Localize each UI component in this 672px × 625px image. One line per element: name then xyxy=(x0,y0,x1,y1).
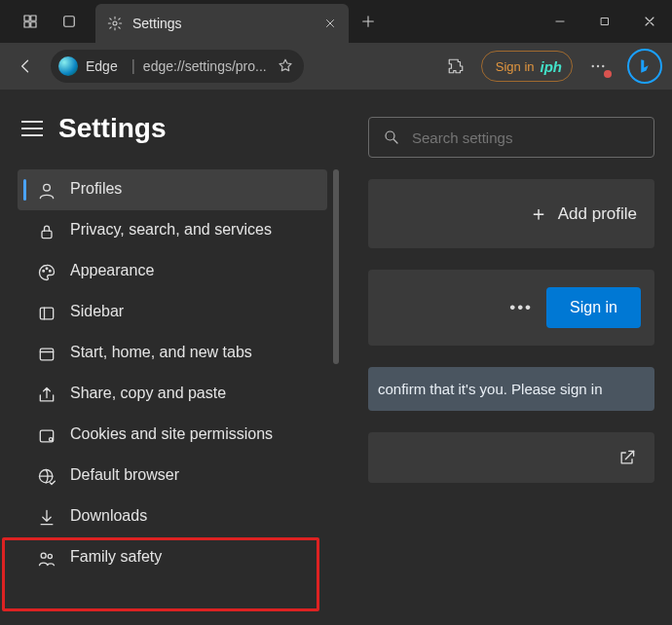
svg-rect-7 xyxy=(42,231,52,239)
window-controls xyxy=(538,0,672,43)
svg-point-1 xyxy=(113,21,117,25)
sidebar-item-label: Family safety xyxy=(70,547,162,568)
more-menu-button[interactable] xyxy=(582,51,614,82)
sidebar-item-label: Privacy, search, and services xyxy=(70,220,272,240)
sidebar-item-family-safety[interactable]: Family safety xyxy=(18,537,327,578)
window-close-button[interactable] xyxy=(627,0,672,43)
address-bar[interactable]: Edge | edge://settings/pro... xyxy=(51,50,304,83)
sidebar-item-downloads[interactable]: Downloads xyxy=(18,496,327,537)
extensions-icon[interactable] xyxy=(440,51,471,82)
window-minimize-button[interactable] xyxy=(538,0,582,43)
globe-check-icon xyxy=(37,467,56,487)
gear-icon xyxy=(107,16,123,31)
svg-point-6 xyxy=(44,184,51,191)
profile-more-button[interactable]: ••• xyxy=(509,298,533,317)
window-maximize-button[interactable] xyxy=(582,0,627,43)
star-add-icon[interactable] xyxy=(277,57,294,75)
sidebar-item-profiles[interactable]: Profiles xyxy=(18,169,327,210)
tab-actions-icon[interactable] xyxy=(60,13,78,30)
titlebar-left-icons xyxy=(0,0,95,43)
share-icon xyxy=(37,386,56,405)
bing-chat-button[interactable] xyxy=(627,49,662,84)
svg-point-16 xyxy=(41,553,46,558)
settings-heading: Settings xyxy=(58,113,166,144)
external-link-icon xyxy=(617,448,637,467)
new-tab-button[interactable] xyxy=(349,0,388,43)
search-settings-box[interactable] xyxy=(368,117,654,158)
sidebar-item-privacy[interactable]: Privacy, search, and services xyxy=(18,210,327,251)
svg-point-5 xyxy=(602,65,604,67)
svg-point-18 xyxy=(386,131,394,140)
svg-point-4 xyxy=(597,65,599,67)
browser-tab-active[interactable]: Settings xyxy=(95,4,349,43)
svg-point-17 xyxy=(48,554,52,558)
lock-icon xyxy=(37,222,56,241)
search-icon xyxy=(383,129,400,146)
edge-logo-icon xyxy=(58,56,78,76)
settings-nav-list: Profiles Privacy, search, and services A… xyxy=(18,169,341,578)
cookie-icon xyxy=(37,426,56,446)
plus-icon: ＋ xyxy=(529,201,548,227)
family-icon xyxy=(37,549,56,569)
settings-sidebar: Settings Profiles Privacy, search, and s… xyxy=(0,90,351,625)
window-icon xyxy=(37,345,56,364)
svg-rect-0 xyxy=(64,17,75,27)
sidebar-scrollbar[interactable] xyxy=(333,169,339,364)
main-area: Settings Profiles Privacy, search, and s… xyxy=(0,90,672,625)
signin-pill-brand: iph xyxy=(541,58,563,75)
sidebar-item-label: Downloads xyxy=(70,506,147,527)
download-icon xyxy=(37,508,56,528)
sidebar-item-start-home[interactable]: Start, home, and new tabs xyxy=(18,333,327,374)
signin-pill-label: Sign in xyxy=(496,59,535,74)
palette-icon xyxy=(37,263,56,282)
sidebar-item-cookies[interactable]: Cookies and site permissions xyxy=(18,415,327,456)
back-button[interactable] xyxy=(10,51,41,82)
sidebar-item-label: Sidebar xyxy=(70,302,124,322)
svg-rect-13 xyxy=(40,430,53,442)
sidebar-item-label: Cookies and site permissions xyxy=(70,424,273,445)
workspaces-icon[interactable] xyxy=(21,13,39,30)
address-separator: | xyxy=(131,57,135,75)
sidebar-item-appearance[interactable]: Appearance xyxy=(18,251,327,292)
profile-card: ••• Sign in xyxy=(368,270,654,346)
profile-signin-button[interactable]: Sign in xyxy=(546,287,641,328)
sidebar-item-label: Default browser xyxy=(70,465,179,486)
settings-content: ＋ Add profile ••• Sign in confirm that i… xyxy=(351,90,672,625)
external-link-panel[interactable] xyxy=(368,432,654,483)
sidebar-item-sidebar[interactable]: Sidebar xyxy=(18,292,327,333)
signin-pill[interactable]: Sign in iph xyxy=(481,51,573,82)
svg-point-10 xyxy=(50,271,52,273)
address-url: edge://settings/pro... xyxy=(143,58,267,74)
person-icon xyxy=(37,181,56,201)
sidebar-item-label: Appearance xyxy=(70,261,154,281)
svg-point-3 xyxy=(592,65,594,67)
sidebar-item-label: Start, home, and new tabs xyxy=(70,343,252,363)
svg-rect-12 xyxy=(40,349,53,360)
confirm-signin-text: confirm that it's you. Please sign in xyxy=(378,381,602,397)
panel-icon xyxy=(37,304,56,323)
svg-point-14 xyxy=(50,438,53,441)
tab-title: Settings xyxy=(132,16,314,31)
svg-point-8 xyxy=(43,271,45,273)
browser-toolbar: Edge | edge://settings/pro... Sign in ip… xyxy=(0,43,672,90)
close-tab-icon[interactable] xyxy=(323,17,337,30)
confirm-signin-banner: confirm that it's you. Please sign in xyxy=(368,367,654,411)
add-profile-panel[interactable]: ＋ Add profile xyxy=(368,179,654,248)
sidebar-item-share-copy-paste[interactable]: Share, copy and paste xyxy=(18,374,327,415)
hamburger-icon[interactable] xyxy=(21,121,43,136)
svg-point-9 xyxy=(46,268,48,270)
sidebar-item-default-browser[interactable]: Default browser xyxy=(18,456,327,496)
sidebar-item-label: Share, copy and paste xyxy=(70,384,226,404)
add-profile-label: Add profile xyxy=(558,204,637,224)
search-settings-input[interactable] xyxy=(412,129,640,146)
window-titlebar: Settings xyxy=(0,0,672,43)
sidebar-item-label: Profiles xyxy=(70,179,122,200)
browser-name: Edge xyxy=(86,58,124,74)
svg-rect-2 xyxy=(602,18,609,25)
svg-rect-11 xyxy=(40,308,53,319)
